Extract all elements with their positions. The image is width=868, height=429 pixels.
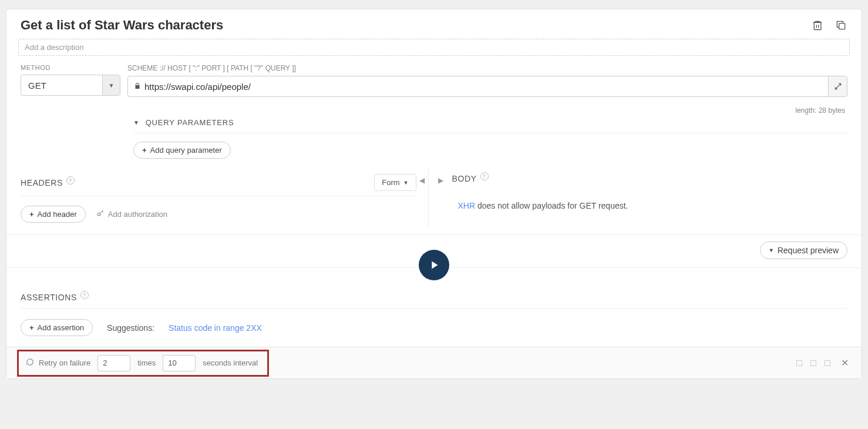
svg-point-2 <box>97 213 100 216</box>
method-column: METHOD GET ▼ <box>21 64 120 97</box>
retry-label: Retry on failure <box>39 358 90 367</box>
add-header-button[interactable]: + Add header <box>21 206 86 223</box>
form-label: Form <box>382 178 399 187</box>
play-icon <box>428 259 440 272</box>
headers-format-select[interactable]: Form ▼ <box>374 174 416 191</box>
retry-interval-input[interactable] <box>163 355 196 371</box>
add-query-parameter-button[interactable]: + Add query parameter <box>133 142 231 159</box>
add-assertion-button[interactable]: + Add assertion <box>21 319 93 336</box>
add-query-parameter-label: Add query parameter <box>150 146 222 155</box>
body-label: BODY <box>452 174 477 183</box>
body-msg-rest: does not allow payloads for GET request. <box>475 201 628 210</box>
lock-icon <box>128 82 144 91</box>
grid-handle-icon[interactable] <box>810 360 816 366</box>
play-container <box>6 250 862 267</box>
assertions-head: ASSERTIONS ? <box>21 293 847 309</box>
headers-column: HEADERS ? Form ▼ ◀ + Add header <box>21 169 428 227</box>
retry-times-label: times <box>137 358 156 367</box>
assertions-actions: + Add assertion Suggestions: Status code… <box>21 309 847 336</box>
add-assertion-label: Add assertion <box>38 323 85 332</box>
headers-body-row: HEADERS ? Form ▼ ◀ + Add header <box>6 169 862 234</box>
body-column: ▶ BODY ? XHR does not allow payloads for… <box>428 169 848 227</box>
retry-highlight-box: Retry on failure times seconds interval <box>17 350 269 377</box>
url-input[interactable] <box>144 76 828 96</box>
collapse-right-icon[interactable]: ▶ <box>438 176 443 185</box>
retry-times-input[interactable] <box>97 355 130 371</box>
caret-down-icon: ▼ <box>403 180 409 186</box>
headers-actions: + Add header Add authorization <box>21 196 416 227</box>
help-icon[interactable]: ? <box>80 291 89 299</box>
query-parameters-label: QUERY PARAMETERS <box>146 118 234 127</box>
plus-icon: + <box>29 323 34 332</box>
help-icon[interactable]: ? <box>480 172 489 180</box>
query-parameters-header[interactable]: ▼ QUERY PARAMETERS <box>133 115 847 133</box>
suggestions-label: Suggestions: <box>107 323 154 333</box>
body-section-head: BODY ? <box>452 169 848 188</box>
url-column: SCHEME :// HOST [ ":" PORT ] [ PATH [ "?… <box>127 64 847 97</box>
method-label: METHOD <box>21 64 120 71</box>
magic-wand-icon[interactable] <box>828 76 847 96</box>
duplicate-icon[interactable] <box>835 19 847 32</box>
plus-icon: + <box>142 146 147 155</box>
svg-rect-0 <box>814 22 821 30</box>
plus-icon: + <box>29 210 34 219</box>
headers-label: HEADERS <box>21 178 63 187</box>
scheme-label: SCHEME :// HOST [ ":" PORT ] [ PATH [ "?… <box>127 64 847 72</box>
add-header-label: Add header <box>38 210 77 219</box>
body-message: XHR does not allow payloads for GET requ… <box>452 188 848 215</box>
delete-icon[interactable] <box>811 19 824 32</box>
grid-handle-icon[interactable] <box>796 360 802 366</box>
retry-label-group: Retry on failure <box>26 358 90 368</box>
add-authorization-link[interactable]: Add authorization <box>96 209 167 219</box>
retry-right-controls: ✕ <box>796 357 851 368</box>
grid-handle-icon[interactable] <box>825 360 830 366</box>
method-select[interactable]: GET ▼ <box>21 75 120 96</box>
method-value: GET <box>21 75 102 95</box>
suggestion-link[interactable]: Status code in range 2XX <box>169 323 262 333</box>
retry-interval-label: seconds interval <box>203 358 258 367</box>
assertions-label: ASSERTIONS <box>21 293 77 302</box>
retry-bar: Retry on failure times seconds interval … <box>6 347 862 378</box>
query-parameters-section: ▼ QUERY PARAMETERS + Add query parameter <box>6 115 862 169</box>
help-icon[interactable]: ? <box>66 176 75 185</box>
retry-icon <box>26 358 34 368</box>
description-placeholder: Add a description <box>25 43 83 52</box>
request-panel: Get a list of Star Wars characters Add a… <box>6 9 862 379</box>
length-info: length: 28 bytes <box>6 104 862 115</box>
headers-section-head: HEADERS ? Form ▼ <box>21 169 416 196</box>
play-button[interactable] <box>419 250 449 280</box>
method-url-row: METHOD GET ▼ SCHEME :// HOST [ ":" PORT … <box>6 64 862 104</box>
title-actions <box>811 19 847 32</box>
url-input-wrap <box>127 76 847 97</box>
body-xhr-link[interactable]: XHR <box>458 201 476 210</box>
svg-rect-1 <box>839 24 845 29</box>
add-authorization-label: Add authorization <box>108 210 167 219</box>
description-input[interactable]: Add a description <box>18 39 850 56</box>
key-icon <box>96 209 105 219</box>
request-title[interactable]: Get a list of Star Wars characters <box>21 18 223 33</box>
chevron-down-icon: ▼ <box>102 75 120 95</box>
caret-down-icon: ▼ <box>133 119 140 126</box>
close-icon[interactable]: ✕ <box>839 357 851 368</box>
title-row: Get a list of Star Wars characters <box>6 9 862 39</box>
collapse-left-icon[interactable]: ◀ <box>419 176 425 185</box>
